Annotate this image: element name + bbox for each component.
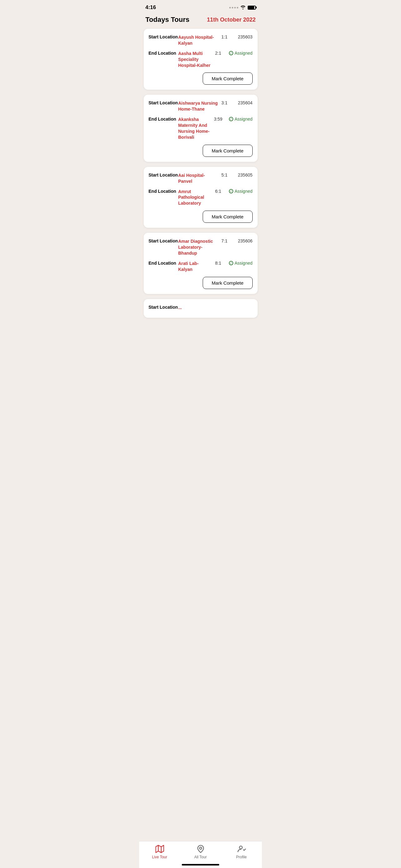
status-icons [229, 5, 256, 10]
nav-all-tour-label: All Tour [194, 855, 207, 859]
tour-card-2: Start Location Aishwarya Nursing Home-Th… [144, 95, 258, 161]
end-label-1: End Location [149, 51, 178, 56]
start-row-1: Start Location Aayush Hospital-Kalyan 1:… [149, 34, 253, 46]
start-location-3: Aai Hospital-Panvel [178, 173, 218, 184]
mark-complete-btn-3[interactable]: Mark Complete [203, 211, 253, 223]
end-row-2: End Location Akanksha Maternity And Nurs… [149, 117, 253, 140]
end-status-3: ✓ Assigned [225, 189, 253, 194]
end-row-1: End Location Aasha Multi Speciality Hosp… [149, 51, 253, 68]
status-bar: 4:16 [139, 0, 262, 12]
mark-complete-btn-1[interactable]: Mark Complete [203, 72, 253, 85]
check-icon-2: ✓ [229, 117, 233, 121]
start-code-3: 235605 [231, 173, 253, 178]
end-row-3: End Location Amrut Pathological Laborato… [149, 189, 253, 207]
start-num-2: 3:1 [218, 100, 231, 105]
end-label-3: End Location [149, 189, 178, 194]
start-label-1: Start Location [149, 34, 178, 39]
nav-all-tour[interactable]: All Tour [188, 844, 213, 859]
tour-card-3: Start Location Aai Hospital-Panvel 5:1 2… [144, 167, 258, 228]
nav-profile-label: Profile [236, 855, 247, 859]
end-num-2: 3:59 [212, 117, 225, 122]
start-location-1: Aayush Hospital-Kalyan [178, 34, 218, 46]
end-status-4: ✓ Assigned [225, 260, 253, 266]
signal-icon [229, 7, 238, 8]
nav-profile[interactable]: Profile [229, 844, 254, 859]
start-num-1: 1:1 [218, 34, 231, 39]
tour-card-1: Start Location Aayush Hospital-Kalyan 1:… [144, 29, 258, 90]
end-status-1: ✓ Assigned [225, 51, 253, 56]
start-label-4: Start Location [149, 239, 178, 243]
wifi-icon [240, 5, 246, 10]
profile-icon [237, 844, 246, 853]
start-code-1: 235603 [231, 34, 253, 39]
start-code-4: 235606 [231, 239, 253, 243]
nav-live-tour-label: Live Tour [152, 855, 167, 859]
nav-live-tour[interactable]: Live Tour [147, 844, 172, 859]
start-row-4: Start Location Amar Diagnostic Laborator… [149, 239, 253, 256]
start-code-2: 235604 [231, 100, 253, 105]
home-indicator [182, 864, 219, 866]
partial-start-location: ... [178, 305, 253, 311]
end-label-4: End Location [149, 260, 178, 266]
end-location-1: Aasha Multi Speciality Hospital-Kalher [178, 51, 212, 68]
check-icon-1: ✓ [229, 51, 233, 55]
start-num-3: 5:1 [218, 173, 231, 178]
check-icon-3: ✓ [229, 189, 233, 193]
tour-card-partial: Start Location ... [144, 299, 258, 318]
svg-marker-0 [156, 845, 164, 852]
svg-point-3 [200, 847, 202, 849]
start-label-3: Start Location [149, 173, 178, 178]
start-location-4: Amar Diagnostic Laboratory-Bhandup [178, 239, 218, 256]
page-date: 11th October 2022 [207, 17, 256, 23]
tour-card-4: Start Location Amar Diagnostic Laborator… [144, 233, 258, 294]
end-row-4: End Location Arati Lab-Kalyan 8:1 ✓ Assi… [149, 260, 253, 273]
start-row-2: Start Location Aishwarya Nursing Home-Th… [149, 100, 253, 112]
end-num-1: 2:1 [212, 51, 225, 56]
partial-start-row: Start Location ... [149, 305, 253, 311]
end-location-3: Amrut Pathological Laboratory [178, 189, 212, 207]
svg-point-4 [239, 846, 242, 849]
end-location-2: Akanksha Maternity And Nursing Home-Bori… [178, 117, 212, 140]
location-icon [196, 844, 205, 853]
partial-start-label: Start Location [149, 305, 178, 310]
start-location-2: Aishwarya Nursing Home-Thane [178, 100, 218, 112]
check-icon-4: ✓ [229, 261, 233, 265]
page-title: Todays Tours [145, 16, 190, 24]
mark-complete-btn-4[interactable]: Mark Complete [203, 277, 253, 289]
map-icon [155, 844, 164, 853]
page-header: Todays Tours 11th October 2022 [139, 12, 262, 29]
end-num-4: 8:1 [212, 260, 225, 266]
end-location-4: Arati Lab-Kalyan [178, 260, 212, 273]
mark-complete-btn-2[interactable]: Mark Complete [203, 145, 253, 157]
status-time: 4:16 [145, 4, 156, 11]
battery-icon [248, 6, 256, 10]
start-row-3: Start Location Aai Hospital-Panvel 5:1 2… [149, 173, 253, 184]
end-num-3: 6:1 [212, 189, 225, 194]
end-status-2: ✓ Assigned [225, 117, 253, 122]
tours-list: Start Location Aayush Hospital-Kalyan 1:… [139, 29, 262, 349]
end-label-2: End Location [149, 117, 178, 122]
start-num-4: 7:1 [218, 239, 231, 243]
start-label-2: Start Location [149, 100, 178, 105]
